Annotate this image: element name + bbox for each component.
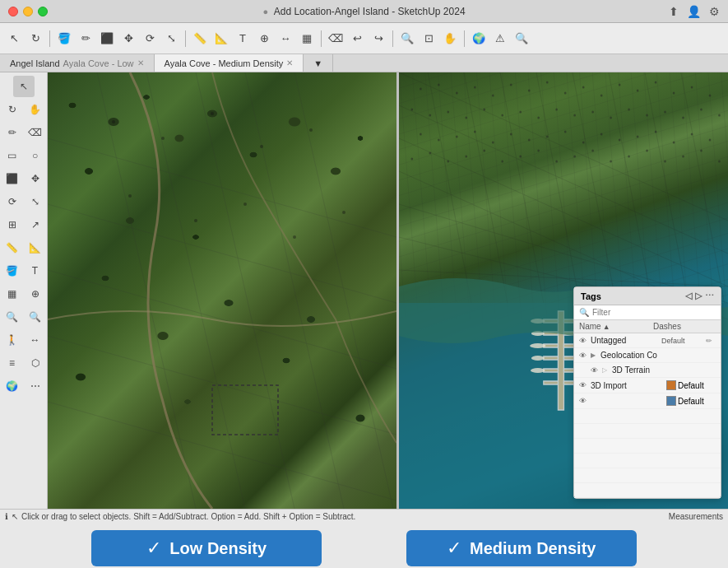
- orbit-tool[interactable]: ↻: [26, 30, 44, 48]
- tags-menu[interactable]: ⋯: [705, 291, 714, 301]
- tab-dropdown[interactable]: ▼: [304, 54, 333, 72]
- lt-text[interactable]: T: [25, 260, 46, 282]
- redo-tool[interactable]: ↪: [369, 30, 387, 48]
- zoom-tool[interactable]: 🔍: [398, 30, 416, 48]
- status-info-icon: ℹ: [5, 512, 8, 521]
- tags-search-bar[interactable]: 🔍: [574, 305, 721, 320]
- lt-tape[interactable]: 📏: [2, 237, 23, 258]
- lt-angle[interactable]: 📐: [25, 237, 46, 258]
- text-tool[interactable]: T: [234, 30, 252, 48]
- lt-axes[interactable]: ⊕: [25, 283, 46, 305]
- dimensions-tool[interactable]: ↔: [276, 30, 294, 48]
- share-icon[interactable]: ⬆: [669, 5, 679, 18]
- low-density-button[interactable]: ✓ Low Density: [91, 530, 322, 566]
- settings-icon[interactable]: ⚙: [709, 5, 720, 18]
- save-state-icon: ●: [262, 7, 268, 16]
- tag-row-geolocation[interactable]: 👁 ▶ Geolocation Co: [574, 348, 721, 363]
- lt-scale[interactable]: ⤡: [25, 191, 46, 212]
- lt-geo[interactable]: 🌍: [2, 375, 23, 397]
- geo-location-tool[interactable]: 🌍: [470, 30, 488, 48]
- select-tool[interactable]: ↖: [5, 30, 23, 48]
- tab-ayala-cove-medium[interactable]: Ayala Cove - Medium Density ✕: [155, 54, 304, 72]
- lt-follow[interactable]: ↗: [25, 214, 46, 235]
- tape-measure-tool[interactable]: 📏: [191, 30, 209, 48]
- svg-point-115: [718, 161, 721, 163]
- tab-angel-island[interactable]: Angel Island Ayala Cove - Low ✕: [0, 54, 155, 72]
- svg-point-15: [128, 194, 132, 198]
- protractor-tool[interactable]: 📐: [212, 30, 230, 48]
- lt-component[interactable]: ⬡: [25, 352, 46, 374]
- tag-row-3d-import-1[interactable]: 👁 3D Import Default: [574, 378, 721, 393]
- lt-rect[interactable]: ▭: [2, 145, 23, 166]
- svg-point-61: [691, 86, 693, 89]
- search-tool[interactable]: 🔍: [512, 30, 531, 48]
- tag-row-3d-import-2[interactable]: 👁 Default: [574, 393, 721, 409]
- lt-walkthrough[interactable]: 🚶: [2, 329, 23, 351]
- eye-3d-import-1[interactable]: 👁: [579, 381, 587, 389]
- tag-pen-untagged[interactable]: ✏: [706, 337, 716, 345]
- maximize-button[interactable]: [38, 7, 48, 16]
- eye-untagged[interactable]: 👁: [579, 337, 587, 345]
- lt-zoom-out[interactable]: 🔍: [25, 306, 46, 328]
- section-plane-tool[interactable]: ▦: [298, 30, 316, 48]
- viewport-left[interactable]: [48, 72, 396, 509]
- tag-row-untagged[interactable]: 👁 Untagged Default ✏: [574, 333, 721, 348]
- tags-nav-back[interactable]: ◁: [685, 291, 692, 301]
- eye-3d-import-2[interactable]: 👁: [579, 397, 587, 405]
- lt-pencil[interactable]: ✏: [2, 122, 23, 143]
- eraser-tool[interactable]: ⌫: [327, 30, 345, 48]
- tags-panel-header: Tags ◁ ▷ ⋯: [574, 287, 721, 305]
- tags-filter-input[interactable]: [592, 308, 716, 317]
- svg-point-39: [531, 356, 545, 361]
- viewport-right[interactable]: Tags ◁ ▷ ⋯ 🔍 Name ▲ Dashes: [399, 72, 728, 509]
- svg-point-48: [456, 92, 458, 95]
- lt-section[interactable]: ▦: [2, 283, 23, 305]
- svg-point-73: [591, 111, 594, 114]
- tab-ayala-cove-medium-close[interactable]: ✕: [286, 58, 293, 68]
- eye-geolocation[interactable]: 👁: [579, 352, 587, 360]
- minimize-button[interactable]: [23, 7, 33, 16]
- lt-move[interactable]: ✥: [25, 168, 46, 189]
- lt-pan2[interactable]: ✋: [25, 99, 46, 120]
- zoom-extents-tool[interactable]: ⊡: [420, 30, 438, 48]
- move-tool[interactable]: ✥: [119, 30, 137, 48]
- eye-3d-terrain[interactable]: 👁: [591, 366, 599, 375]
- lt-orbit[interactable]: ↻: [2, 99, 23, 120]
- tag-row-3d-terrain[interactable]: 👁 ▷ 3D Terrain: [574, 363, 721, 378]
- lt-extra[interactable]: ⋯: [25, 375, 46, 397]
- lt-paint[interactable]: 🪣: [2, 260, 23, 282]
- medium-density-check: ✓: [447, 538, 461, 559]
- svg-point-50: [492, 95, 494, 97]
- svg-point-103: [501, 161, 503, 163]
- close-button[interactable]: [8, 7, 18, 16]
- lt-rotate[interactable]: ⟳: [2, 191, 23, 212]
- tag-name-untagged: Untagged: [591, 336, 658, 345]
- lt-erase[interactable]: ⌫: [25, 122, 46, 143]
- lt-zoom[interactable]: 🔍: [2, 306, 23, 328]
- lt-pushpull[interactable]: ⬛: [2, 168, 23, 189]
- medium-density-button[interactable]: ✓ Medium Density: [406, 530, 637, 566]
- paint-bucket-tool[interactable]: 🪣: [55, 30, 73, 48]
- axes-tool[interactable]: ⊕: [255, 30, 273, 48]
- left-viewport-svg: [48, 72, 396, 509]
- lt-circle[interactable]: ○: [25, 145, 46, 166]
- tags-nav-forward[interactable]: ▷: [695, 291, 702, 301]
- tag-dashes-3d-import-1: Default: [666, 380, 716, 390]
- lt-offset[interactable]: ⊞: [2, 214, 23, 235]
- push-pull-tool[interactable]: ⬛: [98, 30, 116, 48]
- user-icon[interactable]: 👤: [687, 5, 701, 18]
- tags-search-icon: 🔍: [579, 308, 589, 317]
- lt-select[interactable]: ↖: [13, 76, 35, 97]
- tab-angel-island-close[interactable]: ✕: [137, 58, 144, 68]
- tags-pen-header: [702, 322, 716, 331]
- rotate-tool[interactable]: ⟳: [141, 30, 159, 48]
- pan-tool[interactable]: ✋: [441, 30, 459, 48]
- svg-point-83: [456, 136, 458, 138]
- tag-name-3d-import-1: 3D Import: [591, 381, 663, 390]
- warning-tool[interactable]: ⚠: [491, 30, 509, 48]
- lt-position[interactable]: ↔: [25, 329, 46, 351]
- pencil-tool[interactable]: ✏: [77, 30, 95, 48]
- undo-tool[interactable]: ↩: [348, 30, 366, 48]
- scale-tool[interactable]: ⤡: [162, 30, 180, 48]
- lt-layers[interactable]: ≡: [2, 352, 23, 374]
